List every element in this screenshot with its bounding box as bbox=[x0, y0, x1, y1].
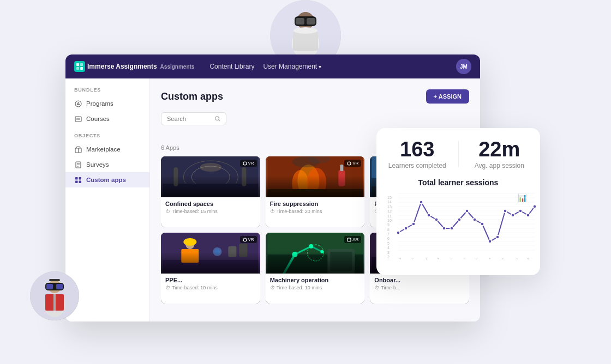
chart-dot-12 bbox=[481, 222, 484, 226]
nav-content-library[interactable]: Content Library bbox=[209, 63, 254, 70]
app-card-info-ppe: PPE... ⏱ Time-based: 10 mins bbox=[161, 274, 260, 304]
programs-icon bbox=[74, 100, 82, 107]
sidebar-item-courses[interactable]: Courses bbox=[65, 111, 149, 126]
app-card-meta-machinery: ⏱ Time-based: 10 mins bbox=[270, 285, 361, 290]
card-overlay-ppe bbox=[161, 252, 260, 274]
chart-dot-7 bbox=[442, 227, 446, 230]
x-label-5: 23 Mar bbox=[449, 258, 459, 260]
card-overlay-confined bbox=[161, 175, 260, 197]
chart-area: 📊 15 14 13 12 11 10 9 8 7 6 5 4 3 2 bbox=[387, 193, 529, 264]
app-card-fire[interactable]: VR Fire suppression ⏱ Time-based: 20 min… bbox=[266, 156, 365, 227]
svg-rect-19 bbox=[76, 63, 79, 66]
app-card-bg-ppe: VR bbox=[161, 233, 260, 274]
chart-dot-14 bbox=[496, 235, 499, 239]
svg-rect-56 bbox=[340, 165, 343, 171]
card-overlay-fire bbox=[266, 175, 365, 197]
custom-apps-icon bbox=[74, 176, 82, 184]
svg-point-9 bbox=[293, 27, 318, 34]
card-badge-fire: VR bbox=[344, 160, 361, 167]
stat-session: 22m Avg. app session bbox=[470, 139, 530, 169]
y-label-4: 4 bbox=[387, 246, 396, 250]
programs-label: Programs bbox=[86, 100, 113, 107]
svg-point-57 bbox=[348, 162, 351, 165]
svg-rect-13 bbox=[46, 284, 53, 289]
search-bar[interactable] bbox=[161, 112, 226, 125]
page-header: Custom apps + ASSIGN bbox=[161, 89, 469, 104]
y-label-12: 12 bbox=[387, 209, 396, 213]
x-label-10: 1 Jun bbox=[515, 258, 523, 260]
chart-dot-11 bbox=[473, 218, 476, 221]
app-card-bg-confined: VR bbox=[161, 156, 260, 197]
courses-icon bbox=[74, 115, 82, 123]
surveys-label: Surveys bbox=[86, 161, 109, 168]
app-card-title-onboard: Onboar... bbox=[374, 277, 465, 283]
sidebar-item-custom-apps[interactable]: Custom apps bbox=[65, 172, 149, 187]
clock-icon-ppe: ⏱ bbox=[165, 285, 170, 290]
chart-dot-18 bbox=[526, 214, 530, 217]
svg-point-71 bbox=[183, 238, 196, 246]
app-card-title-ppe: PPE... bbox=[165, 277, 256, 283]
app-card-meta-confined: ⏱ Time-based: 15 mins bbox=[165, 209, 256, 214]
nav-user-management[interactable]: User Management bbox=[263, 63, 321, 70]
svg-point-23 bbox=[75, 101, 81, 107]
session-number: 22m bbox=[470, 139, 530, 160]
app-card-title-fire: Fire suppression bbox=[270, 201, 361, 207]
chart-title: Total learner sessions bbox=[387, 178, 529, 187]
app-card-meta-ppe: ⏱ Time-based: 10 mins bbox=[165, 285, 256, 290]
svg-point-38 bbox=[215, 117, 219, 120]
y-label-3: 3 bbox=[387, 251, 396, 254]
chart-dot-15 bbox=[504, 209, 507, 213]
sidebar-item-surveys[interactable]: Surveys bbox=[65, 157, 149, 172]
x-label-7: 20 Apr bbox=[474, 258, 483, 260]
chart-dot-2 bbox=[404, 227, 408, 230]
stats-divider bbox=[458, 141, 459, 167]
chart-dot-17 bbox=[519, 209, 522, 213]
nav-bar: Immerse Assignments Assignments Content … bbox=[65, 54, 480, 78]
chart-line bbox=[398, 202, 535, 241]
line-chart-svg bbox=[398, 193, 535, 253]
y-label-8: 8 bbox=[387, 228, 396, 232]
assign-button[interactable]: + ASSIGN bbox=[426, 89, 469, 104]
app-card-time-onboard: Time-b... bbox=[381, 285, 400, 290]
courses-label: Courses bbox=[86, 116, 110, 122]
app-card-machinery[interactable]: AR Machinery operation ⏱ Time-based: 10 … bbox=[266, 233, 365, 304]
app-card-info-onboard: Onboar... ⏱ Time-b... bbox=[370, 274, 469, 304]
sidebar-item-programs[interactable]: Programs bbox=[65, 96, 149, 111]
svg-point-47 bbox=[243, 162, 247, 165]
sidebar-item-marketplace[interactable]: Marketplace bbox=[65, 142, 149, 157]
y-label-6: 6 bbox=[387, 236, 396, 240]
search-input[interactable] bbox=[167, 116, 212, 122]
y-label-14: 14 bbox=[387, 200, 396, 204]
app-card-meta-fire: ⏱ Time-based: 20 mins bbox=[270, 209, 361, 214]
chart-dot-4 bbox=[420, 201, 423, 204]
app-card-confined[interactable]: VR Confined spaces ⏱ Time-based: 15 mins bbox=[161, 156, 260, 227]
x-label-1: 9 Feb bbox=[398, 258, 407, 260]
sidebar: BUNDLES Programs bbox=[65, 78, 150, 321]
app-card-time-machinery: Time-based: 10 mins bbox=[277, 285, 322, 290]
svg-point-76 bbox=[243, 238, 247, 241]
chart-dot-8 bbox=[450, 227, 453, 230]
custom-apps-label: Custom apps bbox=[86, 177, 126, 183]
marketplace-label: Marketplace bbox=[86, 146, 121, 153]
x-label-6: 6 Apr bbox=[463, 258, 471, 260]
svg-rect-37 bbox=[79, 180, 81, 183]
page-title: Custom apps bbox=[161, 91, 223, 102]
svg-rect-36 bbox=[75, 180, 78, 183]
app-card-info-fire: Fire suppression ⏱ Time-based: 20 mins bbox=[266, 197, 365, 227]
app-card-meta-onboard: ⏱ Time-b... bbox=[374, 285, 465, 290]
y-label-15: 15 bbox=[387, 196, 396, 199]
nav-avatar[interactable]: JM bbox=[456, 59, 471, 74]
svg-rect-18 bbox=[53, 294, 56, 311]
stats-top: 163 Learners completed 22m Avg. app sess… bbox=[387, 139, 529, 169]
app-card-title-machinery: Machinery operation bbox=[270, 277, 361, 283]
card-badge-confined: VR bbox=[240, 160, 257, 167]
sidebar-objects-section: OBJECTS Marketplace bbox=[65, 133, 149, 187]
svg-rect-8 bbox=[293, 32, 318, 51]
svg-rect-5 bbox=[307, 18, 315, 25]
x-label-3: 2 Mar bbox=[424, 258, 433, 260]
stat-learners: 163 Learners completed bbox=[387, 139, 447, 169]
clock-icon-onboard: ⏱ bbox=[374, 285, 379, 290]
surveys-icon bbox=[74, 161, 82, 168]
app-card-ppe[interactable]: VR PPE... ⏱ Time-based: 10 mins bbox=[161, 233, 260, 304]
y-label-9: 9 bbox=[387, 223, 396, 227]
